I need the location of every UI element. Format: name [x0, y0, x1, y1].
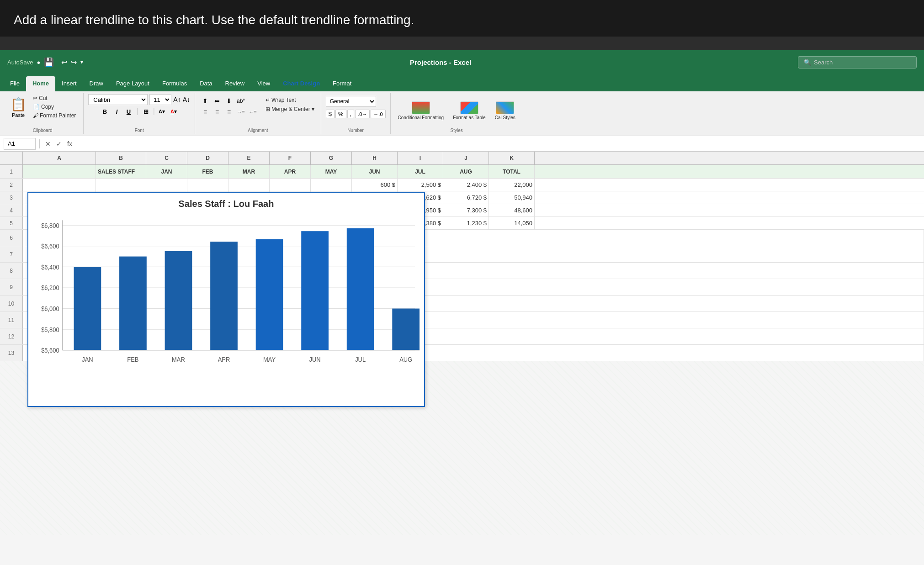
border-button[interactable]: ⊞ [141, 106, 151, 116]
grid-cell[interactable]: 14,050 [489, 217, 535, 229]
align-top-button[interactable]: ⬆ [200, 96, 211, 106]
save-icon[interactable]: 💾 [44, 57, 54, 67]
chart-svg[interactable]: $6,800 $6,600 $6,400 $6,200 $6,000 $5,80… [28, 213, 424, 386]
chart-container[interactable]: Sales Staff : Lou Faah $6,800 $6,600 $6,… [27, 192, 425, 407]
decrease-font-icon[interactable]: A↓ [183, 96, 190, 103]
merge-dropdown-icon[interactable]: ▾ [312, 106, 314, 112]
wrap-text-button[interactable]: ↵ Wrap Text [264, 96, 316, 104]
col-header-h[interactable]: H [352, 152, 398, 164]
grid-cell[interactable]: 6,720 $ [443, 191, 489, 204]
format-painter-button[interactable]: 🖌 Format Painter [30, 111, 79, 120]
fill-color-button[interactable]: A▾ [157, 106, 167, 116]
grid-cell[interactable]: 50,940 [489, 191, 535, 204]
grid-cell[interactable]: MAY [311, 165, 352, 178]
font-name-selector[interactable]: Calibri [88, 94, 148, 105]
grid-cell[interactable] [228, 179, 270, 191]
increase-indent-button[interactable]: →≡ [235, 107, 246, 117]
grid-cell[interactable]: 22,000 [489, 179, 535, 191]
grid-cell[interactable] [311, 179, 352, 191]
formula-input[interactable] [78, 140, 920, 147]
col-header-a[interactable]: A [23, 152, 96, 164]
paste-button[interactable]: 📋 Paste [6, 94, 30, 120]
tab-view[interactable]: View [251, 76, 276, 91]
grid-cell[interactable]: TOTAL [489, 165, 535, 178]
grid-cell[interactable] [23, 165, 96, 178]
grid-cell[interactable]: JAN [146, 165, 187, 178]
decrease-decimal-button[interactable]: ←.0 [371, 110, 385, 118]
grid-cell[interactable] [146, 179, 187, 191]
grid-cell[interactable]: 600 $ [352, 179, 398, 191]
grid-cell[interactable]: 2,500 $ [398, 179, 443, 191]
increase-font-icon[interactable]: A↑ [173, 96, 181, 103]
increase-decimal-button[interactable]: .0→ [355, 110, 370, 118]
tab-home[interactable]: Home [26, 76, 55, 91]
search-box[interactable]: 🔍 Search [798, 56, 917, 69]
autosave-on[interactable]: ● [37, 59, 40, 66]
col-header-d[interactable]: D [187, 152, 228, 164]
tab-data[interactable]: Data [193, 76, 218, 91]
grid-cell[interactable]: APR [270, 165, 311, 178]
cut-button[interactable]: ✂ Cut [30, 94, 79, 102]
align-right-button[interactable]: ≡ [223, 107, 234, 117]
merge-center-button[interactable]: ⊞ Merge & Center ▾ [264, 105, 316, 113]
tab-chart-design[interactable]: Chart Design [276, 76, 326, 91]
grid-cell[interactable] [23, 179, 96, 191]
decrease-indent-button[interactable]: ←≡ [247, 107, 258, 117]
undo-icon[interactable]: ↩ [61, 58, 67, 67]
font-color-button[interactable]: A▾ [169, 106, 179, 116]
grid-cell[interactable] [187, 179, 228, 191]
insert-function-button[interactable]: fx [65, 139, 74, 148]
grid-cell[interactable]: JUN [352, 165, 398, 178]
number-format-selector[interactable]: General [326, 96, 376, 107]
tab-review[interactable]: Review [219, 76, 251, 91]
tab-page-layout[interactable]: Page Layout [110, 76, 156, 91]
tab-file[interactable]: File [4, 76, 26, 91]
grid-cell[interactable]: 48,600 [489, 204, 535, 216]
row-num-8: 8 [0, 263, 23, 279]
autosave-label[interactable]: AutoSave [7, 59, 33, 66]
align-left-button[interactable]: ≡ [200, 107, 211, 117]
italic-button[interactable]: I [112, 106, 122, 116]
grid-cell[interactable]: AUG [443, 165, 489, 178]
quick-access-dropdown[interactable]: ▾ [80, 59, 83, 65]
dollar-button[interactable]: $ [326, 110, 335, 118]
grid-cell[interactable] [96, 179, 146, 191]
font-size-selector[interactable]: 11 [149, 94, 171, 105]
comma-button[interactable]: , [347, 110, 355, 118]
bold-button[interactable]: B [100, 106, 110, 116]
grid-cell[interactable] [270, 179, 311, 191]
grid-cell[interactable]: MAR [228, 165, 270, 178]
col-header-g[interactable]: G [311, 152, 352, 164]
grid-cell[interactable]: 1,230 $ [443, 217, 489, 229]
col-header-c[interactable]: C [146, 152, 187, 164]
col-header-f[interactable]: F [270, 152, 311, 164]
align-bottom-button[interactable]: ⬇ [223, 96, 234, 106]
col-header-j[interactable]: J [443, 152, 489, 164]
col-header-b[interactable]: B [96, 152, 146, 164]
col-header-k[interactable]: K [489, 152, 535, 164]
tab-formulas[interactable]: Formulas [156, 76, 193, 91]
align-middle-button[interactable]: ⬅ [212, 96, 223, 106]
conditional-formatting-button[interactable]: Conditional Formatting [395, 100, 447, 122]
col-header-e[interactable]: E [228, 152, 270, 164]
confirm-formula-button[interactable]: ✓ [54, 139, 64, 148]
tab-format[interactable]: Format [326, 76, 358, 91]
format-as-table-button[interactable]: Format as Table [450, 100, 489, 122]
grid-cell[interactable]: SALES STAFF [96, 165, 146, 178]
percent-button[interactable]: % [335, 110, 346, 118]
orientation-button[interactable]: ab° [235, 96, 246, 106]
grid-cell[interactable]: 7,300 $ [443, 204, 489, 216]
underline-button[interactable]: U [124, 106, 134, 116]
grid-cell[interactable]: JUL [398, 165, 443, 178]
cancel-formula-button[interactable]: ✕ [43, 139, 53, 148]
copy-button[interactable]: 📄 Copy [30, 103, 79, 111]
col-header-i[interactable]: I [398, 152, 443, 164]
cell-styles-button[interactable]: Cal Styles [492, 100, 518, 122]
tab-draw[interactable]: Draw [83, 76, 110, 91]
grid-cell[interactable]: 2,400 $ [443, 179, 489, 191]
align-center-button[interactable]: ≡ [212, 107, 223, 117]
grid-cell[interactable]: FEB [187, 165, 228, 178]
cell-reference-box[interactable]: A1 [4, 138, 36, 150]
redo-icon[interactable]: ↪ [71, 58, 77, 67]
tab-insert[interactable]: Insert [55, 76, 83, 91]
